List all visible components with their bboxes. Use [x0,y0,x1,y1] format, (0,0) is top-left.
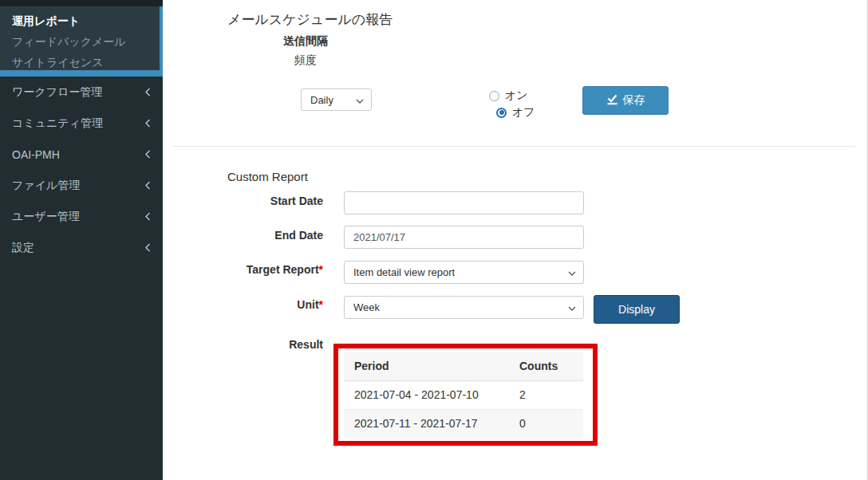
counts-column-header: Counts [509,352,583,380]
unit-select-value: Week [353,301,380,313]
table-row: 2021-07-11 - 2021-07-17 0 [344,409,583,438]
page-title: メールスケジュールの報告 [227,10,393,29]
chevron-left-icon [144,179,151,192]
chevron-left-icon [144,210,151,223]
target-report-select[interactable]: Item detail view report [344,261,584,284]
custom-report-title: Custom Report [227,170,308,183]
main-content: メールスケジュールの報告 送信間隔 頻度 Daily オン オフ 保存 Cust… [163,0,868,480]
sidebar-item-oai-pmh[interactable]: OAI-PMH [0,139,163,170]
period-cell: 2021-07-04 - 2021-07-10 [344,380,509,409]
sidebar-item-label: ワークフロー管理 [12,85,144,100]
frequency-select[interactable]: Daily [301,89,372,111]
chevron-left-icon [144,86,151,99]
result-table: Period Counts 2021-07-04 - 2021-07-10 2 … [344,352,583,438]
sidebar-item-label: OAI-PMH [12,148,144,161]
chevron-left-icon [144,117,151,130]
end-date-label: End Date [164,229,323,242]
schedule-on-radio[interactable]: オン [489,89,528,103]
unit-select[interactable]: Week [344,296,584,319]
schedule-off-radio[interactable]: オフ [496,105,535,120]
frequency-select-value: Daily [310,94,333,106]
period-column-header: Period [344,352,509,380]
unit-label: Unit* [164,298,323,311]
sidebar: 運用レポート フィードバックメール サイトライセンス ワークフロー管理 コミュニ… [0,0,163,480]
radio-unchecked-icon [489,91,499,101]
display-button[interactable]: Display [594,295,680,324]
save-button[interactable]: 保存 [582,86,669,115]
save-icon [606,93,618,108]
sidebar-item-user-management[interactable]: ユーザー管理 [0,201,163,232]
sidebar-item-label: ユーザー管理 [12,210,144,224]
counts-cell: 2 [509,380,583,409]
sidebar-item-settings[interactable]: 設定 [0,232,163,263]
chevron-left-icon [144,148,151,161]
sidebar-top-strip [0,0,163,6]
chevron-left-icon [144,242,151,254]
sidebar-item-file-management[interactable]: ファイル管理 [0,170,163,201]
sidebar-item-feedback-mail[interactable]: フィードバックメール [0,31,160,52]
required-asterisk: * [319,263,323,276]
sidebar-active-indicator [0,70,163,77]
end-date-input[interactable] [344,226,584,249]
sidebar-item-label: ファイル管理 [12,179,144,193]
radio-on-label: オン [505,89,528,103]
annotation-red-box: Period Counts 2021-07-04 - 2021-07-10 2 … [333,344,598,446]
section-divider [172,146,855,147]
table-row: 2021-07-04 - 2021-07-10 2 [344,380,583,409]
required-asterisk: * [319,298,323,311]
period-cell: 2021-07-11 - 2021-07-17 [344,409,509,438]
sidebar-item-label: 設定 [12,241,144,255]
target-report-select-value: Item detail view report [353,266,455,278]
target-report-label: Target Report* [164,263,323,276]
sidebar-item-community-management[interactable]: コミュニティ管理 [0,108,163,139]
frequency-label: 頻度 [294,53,317,68]
send-interval-label: 送信間隔 [283,34,328,49]
radio-checked-icon [496,108,507,118]
chevron-down-icon [356,94,364,106]
sidebar-item-label: コミュニティ管理 [12,116,144,131]
radio-off-label: オフ [512,105,535,120]
chevron-down-icon [568,301,576,313]
result-table-header-row: Period Counts [344,352,583,380]
sidebar-menu: ワークフロー管理 コミュニティ管理 OAI-PMH ファイル管理 ユーザー管理 … [0,77,163,263]
display-button-label: Display [618,303,655,316]
chevron-down-icon [568,266,576,278]
sidebar-submenu-reports: 運用レポート フィードバックメール サイトライセンス [0,6,163,70]
start-date-label: Start Date [164,195,323,207]
sidebar-item-workflow-management[interactable]: ワークフロー管理 [0,77,163,108]
counts-cell: 0 [509,409,583,438]
sidebar-item-operation-report[interactable]: 運用レポート [0,10,160,31]
start-date-input[interactable] [344,191,584,214]
save-button-label: 保存 [623,93,645,108]
result-label: Result [164,338,323,351]
